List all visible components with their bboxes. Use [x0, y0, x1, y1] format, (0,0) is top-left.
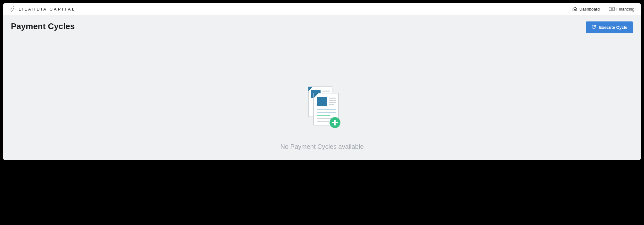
- svg-rect-25: [332, 122, 338, 123]
- brand-name: LILARDIA CAPITAL: [19, 7, 76, 12]
- svg-rect-20: [317, 115, 330, 116]
- main-content: Payment Cycles Execute Cycle: [3, 15, 641, 160]
- svg-rect-13: [317, 97, 327, 106]
- svg-rect-1: [609, 7, 614, 11]
- top-nav: Dashboard Financing: [572, 6, 634, 12]
- svg-rect-14: [329, 98, 336, 99]
- documents-plus-icon: [298, 84, 346, 133]
- execute-cycle-label: Execute Cycle: [599, 25, 627, 30]
- svg-rect-15: [329, 100, 336, 101]
- svg-point-0: [11, 11, 12, 12]
- page-header: Payment Cycles Execute Cycle: [11, 21, 633, 33]
- app-window: LILARDIA CAPITAL Dashboard: [3, 3, 641, 160]
- execute-cycle-button[interactable]: Execute Cycle: [586, 21, 633, 33]
- header: LILARDIA CAPITAL Dashboard: [3, 3, 641, 15]
- svg-point-2: [611, 8, 612, 10]
- svg-rect-8: [322, 91, 330, 92]
- svg-rect-18: [317, 109, 336, 110]
- money-icon: [609, 7, 615, 11]
- brand[interactable]: LILARDIA CAPITAL: [10, 6, 76, 12]
- nav-dashboard-label: Dashboard: [579, 7, 600, 12]
- nav-financing[interactable]: Financing: [609, 7, 634, 12]
- svg-rect-19: [317, 112, 336, 113]
- nav-financing-label: Financing: [616, 7, 634, 12]
- home-icon: [572, 6, 577, 12]
- empty-state-message: No Payment Cycles available: [280, 143, 363, 150]
- refresh-icon: [591, 25, 596, 30]
- brand-logo-icon: [10, 6, 16, 12]
- nav-dashboard[interactable]: Dashboard: [572, 6, 600, 12]
- page-title: Payment Cycles: [11, 21, 75, 31]
- svg-rect-16: [329, 102, 336, 103]
- empty-state: No Payment Cycles available: [11, 33, 633, 154]
- svg-rect-22: [317, 121, 329, 122]
- svg-rect-17: [329, 104, 334, 105]
